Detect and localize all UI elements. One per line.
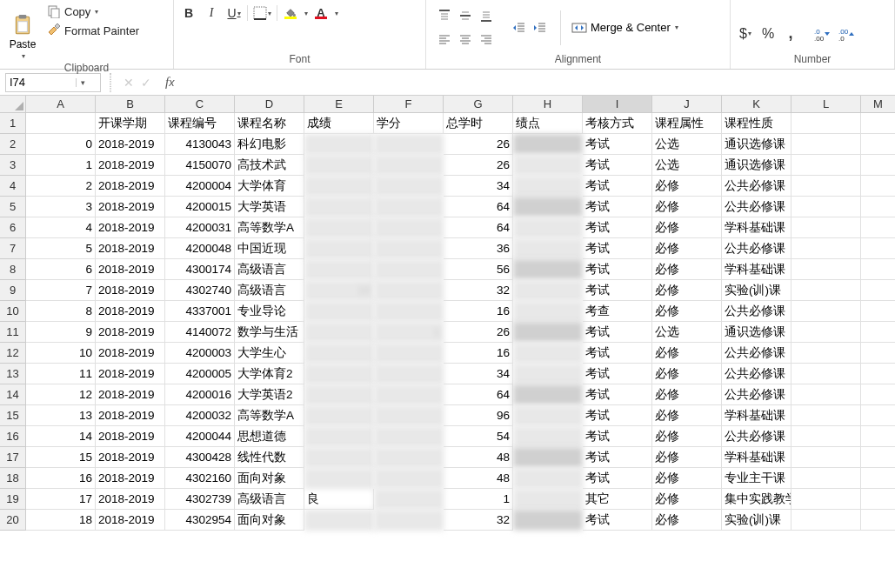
cell[interactable]: 4302954: [165, 510, 235, 531]
cell[interactable]: [304, 447, 374, 468]
row-header-14[interactable]: 14: [0, 384, 26, 405]
cell[interactable]: 考试: [583, 238, 652, 259]
cell[interactable]: 2018-2019: [96, 489, 165, 510]
cell[interactable]: 2018-2019: [96, 468, 165, 489]
cell[interactable]: [304, 343, 374, 364]
cell[interactable]: 专业主干课: [722, 468, 791, 489]
cell[interactable]: 课程属性: [652, 113, 722, 134]
cell[interactable]: [374, 176, 444, 197]
cell[interactable]: 必修: [652, 489, 722, 510]
cell[interactable]: [374, 468, 444, 489]
cell[interactable]: 96: [444, 405, 513, 426]
cell[interactable]: [304, 217, 374, 238]
cell[interactable]: 26: [444, 322, 513, 343]
column-header-C[interactable]: C: [165, 96, 235, 113]
cell[interactable]: 高级语言: [235, 489, 304, 510]
cell[interactable]: 4302160: [165, 468, 235, 489]
align-top-button[interactable]: [435, 6, 454, 25]
cell[interactable]: 考试: [583, 405, 652, 426]
cell[interactable]: [791, 301, 861, 322]
cell[interactable]: 48: [444, 468, 513, 489]
cell[interactable]: 8: [26, 301, 96, 322]
merge-center-button[interactable]: Merge & Center ▾: [568, 20, 682, 36]
format-painter-button[interactable]: Format Painter: [43, 23, 143, 38]
cell[interactable]: [861, 489, 895, 510]
cell[interactable]: 考查: [583, 301, 652, 322]
cell[interactable]: [513, 468, 583, 489]
cell[interactable]: 4130043: [165, 134, 235, 155]
cell[interactable]: 2018-2019: [96, 364, 165, 384]
bold-button[interactable]: B: [179, 3, 198, 23]
cell[interactable]: 必修: [652, 510, 722, 531]
cell[interactable]: [791, 113, 861, 134]
cell[interactable]: [861, 238, 895, 259]
row-header-7[interactable]: 7: [0, 238, 26, 259]
cell[interactable]: [861, 134, 895, 155]
cell[interactable]: 考试: [583, 343, 652, 364]
cell[interactable]: [304, 134, 374, 155]
cell[interactable]: [374, 343, 444, 364]
cell[interactable]: [374, 134, 444, 155]
cell[interactable]: [861, 259, 895, 280]
cell[interactable]: [791, 364, 861, 384]
cell[interactable]: 大学生心: [235, 343, 304, 364]
cell[interactable]: 学科基础课: [722, 217, 791, 238]
cell[interactable]: [791, 280, 861, 301]
cell[interactable]: [861, 405, 895, 426]
row-header-17[interactable]: 17: [0, 447, 26, 468]
increase-decimal-button[interactable]: .0.00: [812, 24, 833, 43]
cell[interactable]: [513, 384, 583, 405]
copy-button[interactable]: Copy ▾: [43, 3, 143, 19]
chevron-down-icon[interactable]: ▾: [304, 10, 308, 17]
row-header-8[interactable]: 8: [0, 259, 26, 280]
cell[interactable]: 课程编号: [165, 113, 235, 134]
cell[interactable]: [374, 384, 444, 405]
cell[interactable]: 10: [26, 343, 96, 364]
cell[interactable]: 考试: [583, 280, 652, 301]
cell[interactable]: [513, 259, 583, 280]
cell[interactable]: 学科基础课: [722, 259, 791, 280]
cell[interactable]: 学分: [374, 113, 444, 134]
cell[interactable]: [513, 280, 583, 301]
cell[interactable]: 34: [444, 176, 513, 197]
cell[interactable]: [304, 364, 374, 384]
cell[interactable]: 总学时: [444, 113, 513, 134]
cell[interactable]: 4200016: [165, 384, 235, 405]
comma-button[interactable]: ,: [781, 24, 800, 43]
cell[interactable]: [304, 426, 374, 447]
cell[interactable]: [374, 426, 444, 447]
cell[interactable]: 16: [444, 301, 513, 322]
cell[interactable]: [304, 322, 374, 343]
cell[interactable]: [304, 405, 374, 426]
cell[interactable]: 考试: [583, 217, 652, 238]
cell[interactable]: [304, 301, 374, 322]
cell[interactable]: 36: [444, 238, 513, 259]
cell[interactable]: 学科基础课: [722, 447, 791, 468]
cell[interactable]: 4200003: [165, 343, 235, 364]
cell[interactable]: [791, 134, 861, 155]
cell[interactable]: [513, 155, 583, 176]
cell[interactable]: 4: [26, 217, 96, 238]
cell[interactable]: [374, 238, 444, 259]
cell[interactable]: 64: [444, 384, 513, 405]
cell[interactable]: 4140072: [165, 322, 235, 343]
cell[interactable]: 面向对象: [235, 510, 304, 531]
paste-button[interactable]: Paste ▾: [5, 2, 40, 60]
cell[interactable]: 公共必修课: [722, 238, 791, 259]
cell[interactable]: 64: [444, 217, 513, 238]
underline-button[interactable]: U▾: [224, 3, 244, 23]
cell[interactable]: 56: [444, 259, 513, 280]
column-header-F[interactable]: F: [374, 96, 444, 113]
cell[interactable]: 思想道德: [235, 426, 304, 447]
cell[interactable]: [791, 405, 861, 426]
cell[interactable]: 大学英语2: [235, 384, 304, 405]
cell[interactable]: 考试: [583, 197, 652, 217]
cell[interactable]: 34: [444, 364, 513, 384]
cell[interactable]: [791, 510, 861, 531]
cell[interactable]: [513, 217, 583, 238]
cell[interactable]: 考试: [583, 322, 652, 343]
cell[interactable]: 10: [304, 280, 374, 301]
cell[interactable]: 4200031: [165, 217, 235, 238]
cell[interactable]: [791, 384, 861, 405]
cell[interactable]: [374, 197, 444, 217]
